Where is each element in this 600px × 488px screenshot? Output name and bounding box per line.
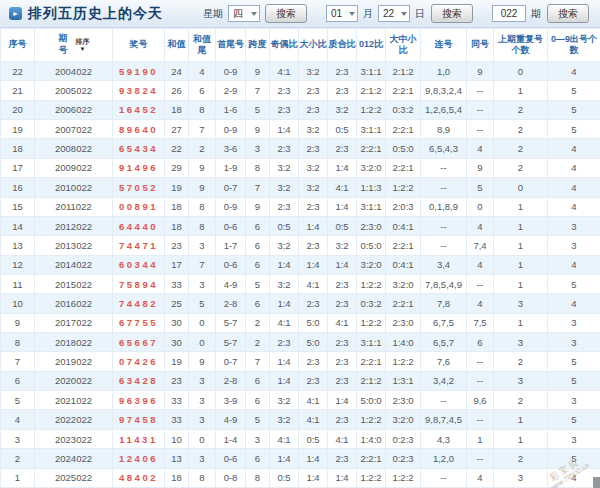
- cell-sum-tail: 6: [189, 81, 216, 100]
- cell-odd-even-ratio: 2:3: [270, 100, 299, 119]
- cell-prime-composite-ratio: 2:3: [328, 274, 357, 293]
- month-select[interactable]: 01: [326, 5, 358, 22]
- cell-number: 89640: [113, 120, 165, 139]
- cell-big-small-ratio: 3:2: [299, 62, 328, 81]
- issue-input[interactable]: [492, 5, 526, 22]
- cell-big-small-ratio: 2:3: [299, 139, 328, 158]
- cell-big-small-ratio: 0:5: [299, 429, 328, 448]
- cell-sum-tail: 3: [189, 410, 216, 429]
- cell-prev-repeat-count: 1: [494, 81, 548, 100]
- cell-prime-composite-ratio: 2:3: [328, 352, 357, 371]
- cell-first-last: 2-9: [216, 81, 246, 100]
- cell-big-small-ratio: 3:2: [299, 158, 328, 177]
- cell-number: 75894: [113, 274, 165, 293]
- table-row: 112015022758943334-953:24:12:31:2:23:2:0…: [1, 274, 600, 293]
- cell-seq: 2: [1, 449, 35, 468]
- cell-sum: 33: [165, 274, 189, 293]
- cell-zero12-ratio: 1:1:3: [357, 178, 386, 197]
- resize-corner-icon: [593, 477, 600, 488]
- table-row: 12025022484021880-880:51:41:41:2:21:2:2-…: [1, 468, 600, 487]
- cell-digit-count: 5: [548, 81, 600, 100]
- cell-number: 93824: [113, 81, 165, 100]
- cell-odd-even-ratio: 3:2: [270, 391, 299, 410]
- cell-same: --: [467, 120, 494, 139]
- cell-consecutive: 6,7,5: [421, 313, 467, 332]
- cell-number: 07426: [113, 352, 165, 371]
- cell-number: 60344: [113, 255, 165, 274]
- cell-same: 6: [467, 333, 494, 352]
- cell-big-mid-small-ratio: 2:2:1: [386, 81, 421, 100]
- cell-sum: 23: [165, 236, 189, 255]
- history-table: 序号期号排序▼奖号和值和值尾首尾号跨度奇偶比大小比质合比012比大中小比连号同号…: [0, 28, 600, 488]
- cell-consecutive: --: [421, 216, 467, 235]
- cell-same: 7,5: [467, 313, 494, 332]
- sort-control[interactable]: 排序▼: [76, 38, 90, 52]
- cell-big-small-ratio: 2:3: [299, 100, 328, 119]
- col-header-sum: 和值: [165, 29, 189, 62]
- cell-digit-count: 4: [548, 255, 600, 274]
- cell-digit-count: 3: [548, 333, 600, 352]
- table-header-row: 序号期号排序▼奖号和值和值尾首尾号跨度奇偶比大小比质合比012比大中小比连号同号…: [1, 29, 600, 62]
- table-row: 62020022634282332-861:42:32:32:1:21:3:13…: [1, 371, 600, 390]
- cell-sum: 26: [165, 81, 189, 100]
- cell-digit-count: 4: [548, 294, 600, 313]
- col-header-big-mid-small-ratio: 大中小比: [386, 29, 421, 62]
- cell-seq: 17: [1, 158, 35, 177]
- cell-span: 3: [246, 139, 270, 158]
- cell-first-last: 0-9: [216, 62, 246, 81]
- cell-big-mid-small-ratio: 3:2:0: [386, 274, 421, 293]
- cell-prev-repeat-count: 3: [494, 333, 548, 352]
- week-select-value: 四: [233, 7, 243, 21]
- cell-zero12-ratio: 1:2:2: [357, 313, 386, 332]
- cell-seq: 21: [1, 81, 35, 100]
- cell-sum-tail: 0: [189, 429, 216, 448]
- cell-number: 63428: [113, 371, 165, 390]
- cell-same: 4: [467, 139, 494, 158]
- week-search-button[interactable]: 搜索: [265, 4, 307, 23]
- table-row: 152011022008911880-992:32:31:43:1:12:0:3…: [1, 197, 600, 216]
- cell-big-mid-small-ratio: 3:2:0: [386, 410, 421, 429]
- cell-prime-composite-ratio: 4:1: [328, 178, 357, 197]
- cell-same: --: [467, 449, 494, 468]
- cell-prime-composite-ratio: 3:2: [328, 236, 357, 255]
- day-select-value: 22: [383, 8, 394, 19]
- cell-prime-composite-ratio: 1:4: [328, 391, 357, 410]
- date-search-button[interactable]: 搜索: [431, 4, 473, 23]
- cell-prev-repeat-count: 0: [494, 62, 548, 81]
- cell-prime-composite-ratio: 2:3: [328, 81, 357, 100]
- day-select[interactable]: 22: [378, 5, 410, 22]
- cell-same: --: [467, 81, 494, 100]
- cell-big-mid-small-ratio: 2:2:1: [386, 236, 421, 255]
- cell-number: 57052: [113, 178, 165, 197]
- issue-search-button[interactable]: 搜索: [547, 4, 589, 23]
- cell-same: 4: [467, 255, 494, 274]
- cell-seq: 3: [1, 429, 35, 448]
- col-header-span: 跨度: [246, 29, 270, 62]
- title-bar: ► 排列五历史上的今天 星期 四 搜索 01 月 22 日 搜索 期 搜索: [0, 0, 600, 28]
- cell-span: 9: [246, 120, 270, 139]
- cell-consecutive: --: [421, 468, 467, 487]
- cell-first-last: 1-9: [216, 158, 246, 177]
- cell-number: 12406: [113, 449, 165, 468]
- cell-odd-even-ratio: 3:2: [270, 158, 299, 177]
- cell-digit-count: 3: [548, 429, 600, 448]
- cell-first-last: 0-9: [216, 197, 246, 216]
- cell-same: 4: [467, 468, 494, 487]
- cell-big-mid-small-ratio: 2:1:2: [386, 62, 421, 81]
- cell-odd-even-ratio: 3:2: [270, 410, 299, 429]
- cell-first-last: 2-8: [216, 371, 246, 390]
- cell-consecutive: --: [421, 178, 467, 197]
- cell-consecutive: 3,4: [421, 255, 467, 274]
- cell-zero12-ratio: 1:2:2: [357, 410, 386, 429]
- cell-issue: 2004022: [35, 62, 113, 81]
- cell-same: --: [467, 371, 494, 390]
- cell-first-last: 0-6: [216, 216, 246, 235]
- cell-big-mid-small-ratio: 1:3:1: [386, 371, 421, 390]
- cell-consecutive: 0,1,8,9: [421, 197, 467, 216]
- cell-span: 5: [246, 100, 270, 119]
- cell-seq: 8: [1, 333, 35, 352]
- cell-big-mid-small-ratio: 0:2:3: [386, 429, 421, 448]
- cell-sum: 19: [165, 178, 189, 197]
- cell-odd-even-ratio: 3:2: [270, 274, 299, 293]
- week-select[interactable]: 四: [228, 5, 260, 22]
